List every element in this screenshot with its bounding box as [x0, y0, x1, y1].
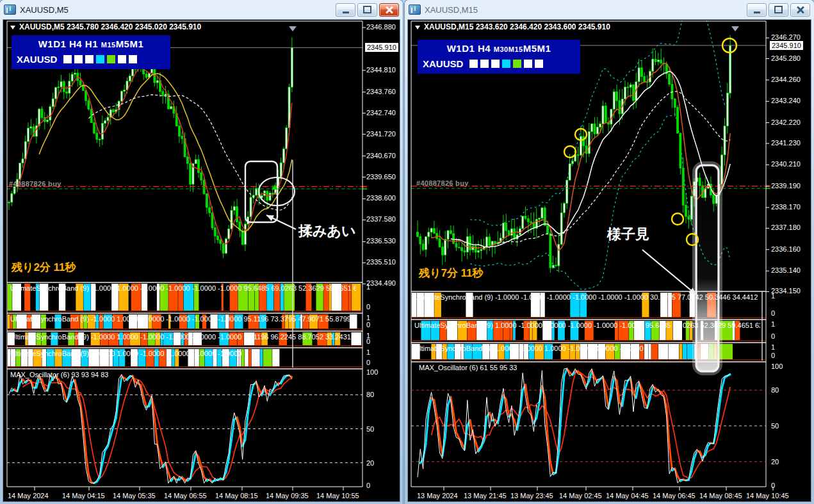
oscillator-scale-label: 20 [366, 459, 374, 467]
oscillator-scale-label: 0 [771, 482, 775, 489]
symbol-dropdown-icon[interactable] [415, 26, 420, 29]
chart-ohlc-header: XAUUSD,M15 2343.620 2346.420 2343.600 23… [415, 22, 610, 31]
chart-window-m5[interactable]: XAUUSD,M5 XAUUSD,M5 2345.780 2346.420 23… [0, 0, 403, 504]
price-axis-label: 2337.180 [771, 224, 801, 231]
price-axis-label: 2342.740 [366, 109, 396, 117]
indicator-scale-min: 0 [366, 359, 370, 366]
price-axis-label: 2343.760 [366, 88, 396, 95]
time-axis-label: 14 May 10:55 [316, 492, 359, 500]
timeframe-color-square [107, 55, 115, 63]
price-axis-label: 2337.580 [366, 215, 396, 223]
price-axis-label: 2338.600 [366, 194, 396, 202]
close-button[interactable] [379, 3, 399, 17]
timeframe-color-square [469, 60, 478, 68]
oscillator-scale-label: 100 [771, 362, 783, 370]
candle-countdown: 残り7分 11秒 [419, 266, 484, 280]
time-axis-label: 14 May 05:35 [113, 492, 156, 500]
oscillator-scale-label: 20 [771, 458, 779, 466]
window-title: XAUUSD,M15 [425, 5, 745, 15]
timeframe-color-square [85, 55, 94, 63]
time-axis-label: 14 May 10:45 [746, 492, 789, 500]
maximize-button[interactable] [357, 3, 377, 17]
time-axis-label: 14 May 2024 [8, 492, 49, 500]
timeframe-color-square [513, 60, 521, 68]
chart-area[interactable] [407, 19, 811, 502]
indicator-panel-label: UltimateSynchroBand (9) -1.0000 1.0000 -… [10, 350, 241, 357]
price-axis-label: 2334.150 [771, 287, 801, 295]
titlebar[interactable]: XAUUSD,M15 [405, 0, 814, 19]
oscillator-scale-label: 50 [366, 425, 374, 433]
window-title: XAUUSD,M5 [20, 5, 334, 15]
indicator-scale-min: 0 [366, 321, 370, 329]
indicator-panel-label: UltimateSynchroBand (9) -1.0000 1.0000 -… [10, 333, 356, 341]
time-axis-label: 14 May 08:15 [215, 492, 258, 500]
indicator-panel-label: UltimateSynchroBand (9) 1.0000 -1.0000 1… [414, 345, 644, 352]
oscillator-scale-label: 80 [366, 391, 374, 398]
timeframe-color-square [524, 60, 532, 68]
indicator-scale-max: 1 [771, 343, 775, 351]
current-price-tag: 2345.910 [770, 41, 803, 50]
timeframe-signal-panel: W1D1 H4 H1 M15M5M1 XAUUSD [12, 35, 170, 69]
indicator-scale-min: 0 [771, 332, 775, 340]
time-axis-label: 14 May 06:45 [653, 492, 696, 500]
trade-ticket-label: #40887826 buy [9, 180, 61, 188]
titlebar[interactable]: XAUUSD,M5 [0, 0, 403, 19]
indicator-scale-min: 0 [366, 337, 370, 345]
oscillator-label: MAX_Oscillator (6) 61 55 95 33 [419, 364, 517, 371]
indicator-scale-max: 1 [366, 283, 370, 291]
maximize-button[interactable] [769, 3, 788, 17]
price-axis-label: 2346.270 [771, 33, 801, 41]
indicator-panel-label: UltimateSynchroBand (9) -1.0000 -1.0000 … [414, 293, 760, 301]
timeframe-color-square [535, 60, 543, 68]
price-axis-label: 2339.650 [366, 173, 396, 181]
price-axis-label: 2344.810 [366, 66, 396, 74]
minimize-button[interactable] [747, 3, 767, 17]
chart-app-icon [409, 4, 421, 15]
oscillator-label: MAX_Oscillator (6) 93 93 94 83 [10, 371, 108, 378]
timeframe-squares [469, 60, 546, 68]
indicator-scale-max: 1 [366, 348, 370, 356]
time-axis-label: 14 May 02:45 [559, 492, 602, 500]
current-price-tag: 2345.910 [365, 43, 398, 52]
price-axis-label: 2336.530 [366, 237, 396, 245]
timeframe-labels: W1D1 H4 M30M15M5M1 [423, 43, 575, 54]
timeframe-color-square [480, 60, 489, 68]
time-axis-label: 14 May 04:15 [62, 492, 105, 500]
price-axis-label: 2346.880 [366, 23, 396, 31]
close-button[interactable] [790, 3, 810, 17]
price-axis-label: 2336.160 [771, 245, 801, 253]
symbol-dropdown-icon[interactable] [10, 26, 15, 29]
indicator-scale-max: 1 [771, 320, 775, 328]
price-axis-label: 2341.720 [366, 130, 396, 138]
price-axis-label: 2341.230 [771, 139, 801, 147]
timeframe-signal-panel: W1D1 H4 M30M15M5M1 XAUUSD [418, 40, 580, 74]
price-axis-label: 2345.280 [771, 54, 801, 62]
price-axis-label: 2339.190 [771, 182, 801, 190]
indicator-panel-label: UltimateSynchroBand (9) -1.0000 1.0000 -… [10, 315, 356, 323]
indicator-scale-min: 0 [771, 309, 775, 317]
trade-ticket-label: #40887826 buy [416, 179, 469, 187]
timeframe-color-square [491, 60, 500, 68]
time-axis-label: 13 May 2024 [417, 492, 458, 500]
chart-window-m15[interactable]: XAUUSD,M15 XAUUSD,M15 2343.620 2346.420 … [405, 0, 814, 504]
price-axis-label: 2343.240 [771, 97, 801, 104]
oscillator-scale-label: 0 [366, 482, 370, 489]
oscillator-scale-label: 50 [771, 422, 779, 430]
time-axis-label: 13 May 23:45 [510, 492, 553, 500]
time-axis-label: 14 May 09:35 [266, 492, 309, 500]
indicator-scale-min: 0 [771, 352, 775, 359]
indicator-scale-min: 0 [366, 303, 370, 311]
timeframe-color-square [502, 60, 510, 68]
price-axis-label: 2340.670 [366, 152, 396, 159]
timeframe-color-square [74, 55, 83, 63]
price-axis-label: 2335.140 [771, 266, 801, 274]
candle-countdown: 残り2分 11秒 [12, 260, 76, 275]
price-axis-label: 2342.220 [771, 118, 801, 126]
timeframe-color-square [118, 55, 126, 63]
time-axis-label: 14 May 04:45 [606, 492, 649, 500]
indicator-scale-max: 1 [771, 292, 775, 300]
symbol-label: XAUUSD [423, 58, 463, 69]
annotation-text: 様子見 [607, 225, 649, 244]
minimize-button[interactable] [336, 3, 355, 17]
time-axis-label: 13 May 21:45 [464, 492, 507, 500]
